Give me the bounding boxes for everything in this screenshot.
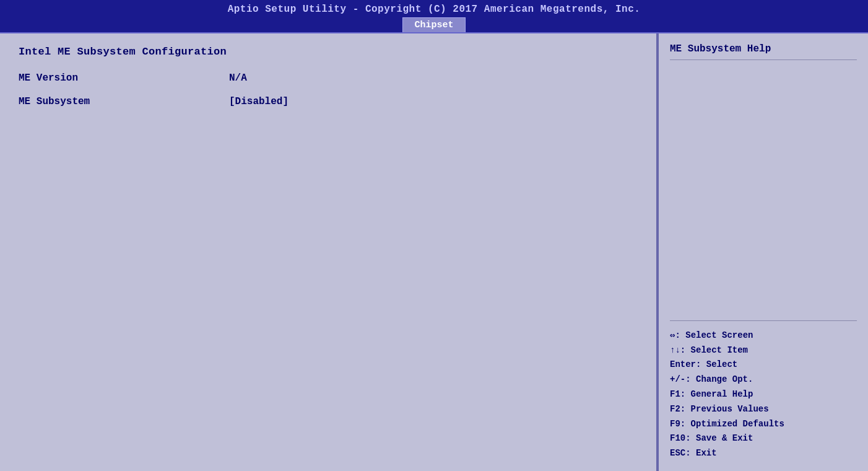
key-f10-save: F10: Save & Exit [670,431,857,446]
help-content [670,68,857,320]
key-select-item: ↑↓: Select Item [670,343,857,358]
key-select-screen: ⇔: Select Screen [670,328,857,343]
key-change-opt: +/-: Change Opt. [670,372,857,387]
left-panel: Intel ME Subsystem Configuration ME Vers… [0,33,658,471]
section-title: Intel ME Subsystem Configuration [19,46,638,58]
me-subsystem-row[interactable]: ME Subsystem [Disabled] [19,96,638,107]
active-tab[interactable]: Chipset [402,17,465,32]
help-title: ME Subsystem Help [670,43,857,60]
key-f9-defaults: F9: Optimized Defaults [670,417,857,432]
me-subsystem-label: ME Subsystem [19,96,229,107]
me-version-value: N/A [229,73,247,84]
me-version-label: ME Version [19,73,229,84]
header-title: Aptio Setup Utility - Copyright (C) 2017… [0,4,868,15]
key-esc-exit: ESC: Exit [670,446,857,461]
me-version-row: ME Version N/A [19,73,638,84]
main-content: Intel ME Subsystem Configuration ME Vers… [0,33,868,471]
key-f1-help: F1: General Help [670,387,857,402]
key-enter-select: Enter: Select [670,358,857,372]
key-legend: ⇔: Select Screen ↑↓: Select Item Enter: … [670,320,857,461]
me-subsystem-value[interactable]: [Disabled] [229,96,289,107]
key-f2-prev: F2: Previous Values [670,402,857,417]
right-panel: ME Subsystem Help ⇔: Select Screen ↑↓: S… [658,33,868,471]
header-bar: Aptio Setup Utility - Copyright (C) 2017… [0,0,868,33]
bios-screen: Aptio Setup Utility - Copyright (C) 2017… [0,0,868,471]
